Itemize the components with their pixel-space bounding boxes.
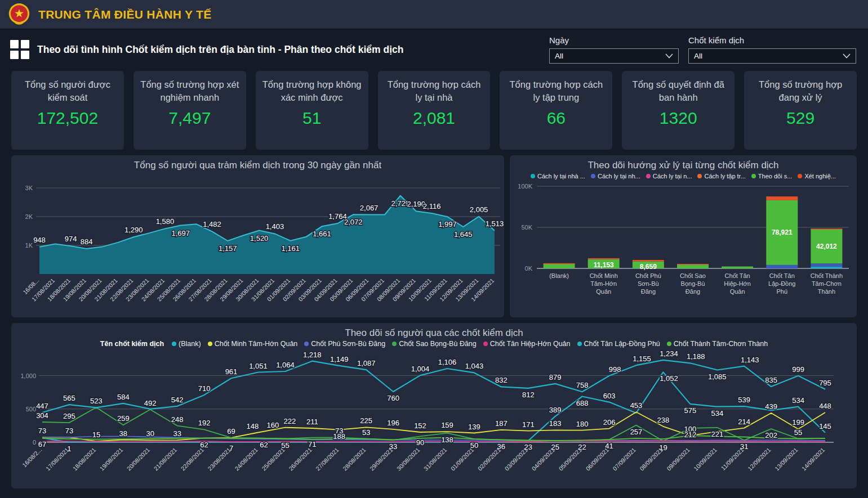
data-label: 758: [576, 381, 589, 389]
data-label: 835: [765, 376, 777, 384]
multi-line-chart[interactable]: 05001,0004473047367565295731523155842593…: [11, 348, 857, 483]
x-axis-tick-label: 22/08/2021: [179, 446, 205, 472]
x-axis-tick-label: 23/08/2021: [206, 446, 232, 472]
x-axis-tick-label: 24/08/2021: [233, 446, 259, 472]
kpi-value: 66: [506, 109, 606, 128]
data-label: 183: [549, 419, 562, 428]
legend-item-2[interactable]: Chốt Phú Sơn-Bù Đăng: [304, 340, 385, 348]
bar-segment-teal[interactable]: [811, 267, 842, 268]
data-label: 710: [198, 384, 211, 393]
checkpoint-filter-label: Chốt kiểm dịch: [688, 35, 856, 45]
data-label: 534: [711, 409, 723, 418]
data-label: 225: [360, 416, 372, 425]
legend-item-3[interactable]: Chốt Sao Bọng-Bù Đăng: [392, 340, 477, 348]
bar-value-label: 78,921: [772, 228, 793, 236]
legend-label: Xét nghiệ...: [804, 173, 836, 180]
data-label: 259: [117, 414, 130, 423]
data-label: 62: [260, 441, 268, 449]
data-label: 257: [630, 428, 643, 436]
bar-value-label: 11,153: [594, 261, 614, 269]
data-label: 1,106: [438, 358, 457, 366]
bar-category-label: Đăng: [686, 288, 700, 295]
bar-category-label: Chốt Tân: [769, 272, 795, 279]
bar-segment-red[interactable]: [766, 196, 798, 200]
bar-category-label: Bọng-Bù: [681, 280, 705, 287]
bar-segment-red[interactable]: [544, 263, 575, 264]
subheader: Theo dõi tình hình Chốt kiểm dịch trên đ…: [0, 29, 868, 70]
bar-category-label: (Blank): [549, 272, 569, 279]
data-label: 1,004: [411, 365, 430, 373]
legend-dot-icon: [646, 174, 651, 178]
data-label: 73: [65, 427, 73, 435]
bar-segment-blue[interactable]: [811, 263, 842, 266]
data-label: 211: [306, 418, 318, 426]
legend-item-5[interactable]: Chốt Tân Lập-Đồng Phú: [577, 340, 660, 348]
legend-item-3[interactable]: Cách ly tập tr...: [697, 173, 745, 180]
bar-category-label: Sơn-Bù: [638, 280, 659, 287]
data-label: 160: [267, 421, 279, 429]
legend-item-1[interactable]: Chốt Minh Tâm-Hớn Quản: [208, 340, 298, 348]
bar-segment-red[interactable]: [677, 264, 709, 265]
x-axis-tick-label: 14/09/2021: [800, 446, 826, 472]
bar-segment-red[interactable]: [811, 228, 842, 230]
area-chart-title: Tổng số người qua trảm kiểm dịch trong 3…: [11, 155, 504, 171]
bar-segment-blue[interactable]: [766, 265, 798, 268]
x-axis-tick-label: 10/09/2021: [692, 446, 718, 472]
x-axis-tick-label: 17/08/2021: [44, 446, 70, 472]
legend-item-1[interactable]: Cách ly tại nh...: [591, 173, 640, 180]
line-series-5[interactable]: [42, 360, 825, 412]
data-label: 295: [63, 412, 75, 420]
data-label: 974: [65, 235, 77, 243]
legend-item-4[interactable]: Theo dõi s...: [751, 173, 793, 180]
x-axis-tick-label: 08/09/2021: [638, 446, 664, 472]
legend-item-4[interactable]: Chốt Tân Hiệp-Hớn Quản: [483, 340, 571, 348]
bar-segment-green[interactable]: [677, 264, 709, 268]
legend-item-0[interactable]: (Blank): [172, 340, 201, 348]
x-axis-tick-label: 07/09/2021: [611, 446, 637, 472]
bar-segment-green[interactable]: [722, 267, 753, 269]
checkpoint-filter-dropdown[interactable]: All: [688, 48, 856, 64]
data-label: 448: [819, 402, 831, 410]
kpi-value: 529: [751, 109, 850, 128]
data-label: 1,580: [156, 217, 175, 226]
bar-segment-red[interactable]: [588, 258, 620, 259]
data-label: 1,149: [330, 355, 349, 364]
x-axis-tick-label: 11/09/2021: [720, 446, 745, 472]
y-axis-tick-label: 0K: [525, 265, 533, 272]
legend-item-6[interactable]: Chốt Thành Tâm-Chơn Thành: [667, 340, 768, 348]
bar-category-label: Phú: [776, 288, 787, 295]
data-label: 1,188: [687, 352, 705, 361]
x-axis-tick-label: 29/08/2021: [368, 446, 394, 472]
data-label: 145: [819, 422, 831, 430]
data-label: 1,997: [438, 220, 457, 228]
legend-item-2[interactable]: Cách ly tại n...: [646, 173, 692, 180]
date-filter-dropdown[interactable]: All: [549, 48, 679, 64]
x-axis-tick-label: 05/09/2021: [557, 446, 583, 472]
data-label: 603: [603, 392, 616, 400]
kpi-card-2: Tổng trường hợp không xác minh được51: [256, 71, 368, 150]
checkpoint-filter: Chốt kiểm dịch All: [688, 35, 856, 64]
line-series-4[interactable]: [42, 441, 825, 442]
data-label: 884: [81, 237, 93, 246]
y-axis-tick-label: 2K: [25, 213, 33, 220]
area-chart[interactable]: 1K2K3K9489748841,2901,5801,6971,4821,157…: [11, 171, 504, 313]
stacked-bar-chart[interactable]: 0K50K100K(Blank)11,153Chốt MinhTâm-HớnQu…: [510, 180, 857, 308]
legend-item-0[interactable]: Cách ly tại nhà ...: [531, 173, 585, 180]
bar-segment-red[interactable]: [633, 260, 664, 262]
data-label: 523: [90, 397, 103, 405]
app-title: TRUNG TÂM ĐIỀU HÀNH Y TẾ: [38, 8, 211, 21]
legend-dot-icon: [667, 342, 671, 346]
legend-item-5[interactable]: Xét nghiệ...: [798, 173, 836, 180]
bar-segment-green[interactable]: [544, 264, 575, 269]
bar-category-label: Lập-Đồng: [768, 280, 795, 287]
x-axis-tick-label: 04/09/2021: [530, 446, 556, 472]
data-label: 71: [308, 440, 316, 448]
data-label: 67: [38, 440, 46, 448]
x-axis-tick-label: 25/08/2021: [260, 446, 286, 472]
data-label: 534: [792, 396, 804, 405]
bar-category-label: Tâm-Chơn: [812, 280, 842, 287]
data-label: 575: [684, 406, 696, 415]
x-axis-tick-label: 12/09/2021: [746, 446, 772, 472]
data-label: 38: [119, 429, 127, 438]
kpi-value: 1320: [629, 109, 728, 128]
